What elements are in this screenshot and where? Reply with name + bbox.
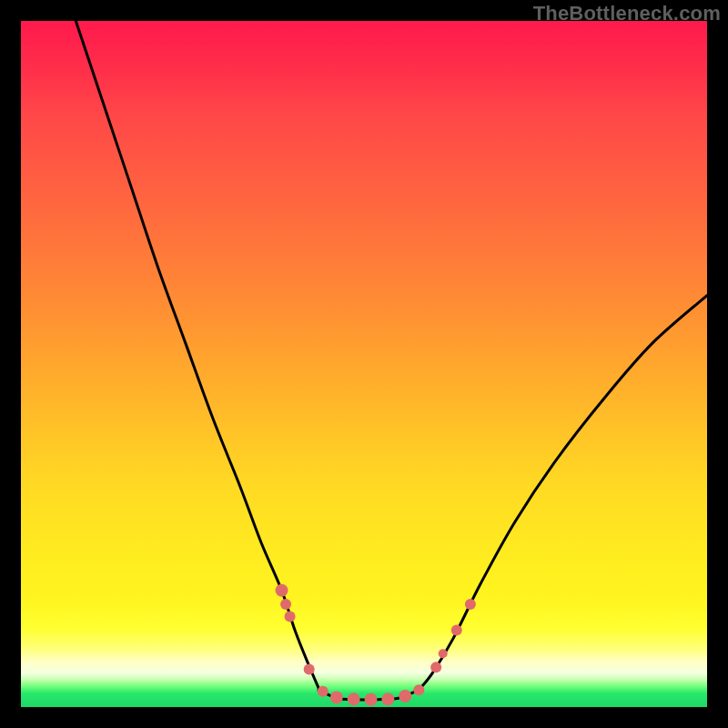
curve-marker [439,649,448,658]
curve-marker [399,690,411,703]
curve-marker [318,686,329,697]
chart-frame: TheBottleneck.com [0,0,728,728]
curve-marker [451,625,462,636]
plot-area [21,21,707,707]
curve-marker [413,684,424,695]
curve-marker [365,693,378,706]
curve-marker [348,693,360,705]
watermark-text: TheBottleneck.com [533,2,721,25]
curve-marker [285,611,296,622]
curve-marker [304,664,315,675]
curve-marker [280,599,291,610]
curve-marker [381,693,394,705]
curve-marker [276,584,288,597]
curve-marker [465,599,476,610]
curve-marker [430,662,441,672]
curve-markers [276,584,476,706]
chart-svg [21,21,707,707]
curve-marker [330,691,343,703]
bottleneck-curve [76,21,707,700]
